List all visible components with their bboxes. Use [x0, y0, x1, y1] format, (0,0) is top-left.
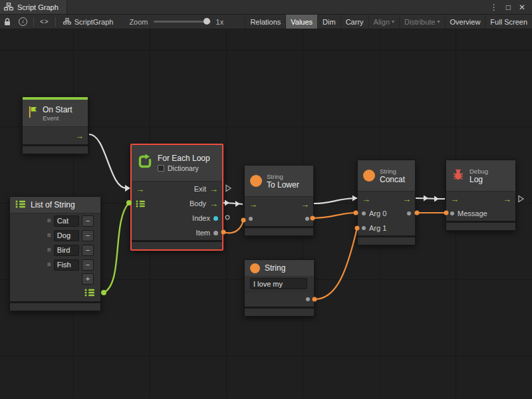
result-output-port[interactable]: [305, 217, 309, 221]
values-button[interactable]: Values: [285, 15, 317, 29]
list-item-row: ≡ −: [10, 228, 100, 243]
node-header: On Start Event: [23, 100, 88, 126]
node-list-of-string[interactable]: List of String ≡ − ≡ − ≡ −: [9, 196, 101, 311]
message-input-port[interactable]: [450, 211, 454, 215]
zoom-slider[interactable]: [154, 21, 211, 23]
node-category: String: [380, 168, 405, 175]
result-output-port[interactable]: [407, 211, 411, 215]
node-header: String Concat: [358, 160, 415, 191]
node-header: List of String: [10, 197, 100, 213]
flow-arrowhead: [424, 196, 428, 201]
control-output-port[interactable]: →: [301, 200, 309, 209]
arg1-input-port[interactable]: [362, 226, 366, 230]
control-output-port[interactable]: →: [402, 195, 411, 203]
script-graph-icon: [63, 18, 71, 26]
flag-icon: [28, 106, 38, 121]
control-output-port[interactable]: →: [503, 195, 511, 203]
list-item-row: ≡ −: [10, 213, 100, 228]
dim-button[interactable]: Dim: [317, 15, 340, 29]
fullscreen-button[interactable]: Full Screen: [485, 15, 532, 29]
node-title: On Start: [43, 105, 72, 114]
port-label-body: Body: [190, 200, 206, 207]
control-input-port[interactable]: →: [362, 195, 370, 203]
list-item-row: ≡ −: [10, 243, 100, 257]
flow-arrowhead: [235, 201, 240, 207]
zoom-slider-knob[interactable]: [203, 18, 210, 25]
control-input-port[interactable]: →: [249, 200, 257, 209]
align-button[interactable]: Align ▾: [368, 15, 399, 29]
carry-button[interactable]: Carry: [340, 15, 368, 29]
list-input-port[interactable]: [136, 200, 146, 207]
drag-handle-icon[interactable]: ≡: [47, 217, 51, 224]
wire-item-to-tolower: [223, 220, 243, 233]
body-output-port[interactable]: →: [209, 200, 218, 208]
overview-button[interactable]: Overview: [445, 15, 485, 29]
port-label-index: Index: [192, 214, 210, 222]
node-header: String: [245, 260, 314, 276]
node-string-literal[interactable]: String: [244, 259, 315, 317]
chevron-down-icon: ▾: [438, 19, 440, 25]
string-unit-icon: [250, 263, 260, 273]
string-unit-icon: [250, 175, 262, 187]
wire-onstart-to-foreach: [89, 134, 126, 188]
remove-item-button[interactable]: −: [82, 215, 94, 227]
port-label-item: Item: [196, 229, 210, 237]
exit-output-port[interactable]: →: [209, 185, 218, 194]
bug-icon: [452, 168, 465, 184]
list-item-input[interactable]: [54, 259, 79, 271]
node-title: Log: [469, 175, 488, 184]
title-bar: Script Graph ⋮ □ ✕: [0, 0, 532, 15]
maximize-icon[interactable]: □: [506, 3, 511, 11]
string-output-port[interactable]: [306, 297, 310, 301]
drag-handle-icon[interactable]: ≡: [47, 247, 51, 253]
arg0-input-port[interactable]: [362, 211, 366, 215]
lock-icon[interactable]: [0, 15, 15, 29]
list-icon: [15, 199, 26, 211]
port-label-exit: Exit: [194, 185, 206, 193]
string-value-input[interactable]: [250, 278, 307, 289]
node-string-concat[interactable]: String Concat → → Arg 0: [357, 160, 416, 245]
node-debug-log[interactable]: Debug Log → → Message: [446, 160, 516, 231]
graph-canvas[interactable]: On Start Event → List of String: [0, 29, 532, 399]
window-menu-icon[interactable]: ⋮: [490, 3, 498, 11]
drag-handle-icon[interactable]: ≡: [47, 261, 51, 268]
tab-script-graph[interactable]: Script Graph: [0, 0, 67, 14]
info-icon[interactable]: i: [15, 15, 31, 29]
zoom-value: 1x: [216, 18, 224, 26]
close-icon[interactable]: ✕: [519, 3, 525, 11]
relations-button[interactable]: Relations: [245, 15, 285, 29]
remove-item-button[interactable]: −: [82, 245, 94, 256]
item-output-port[interactable]: [213, 231, 218, 235]
toolbar-separator: [33, 17, 34, 27]
string-unit-icon: [363, 170, 375, 182]
wire-list-to-foreach: [104, 203, 129, 293]
control-output-port[interactable]: →: [75, 132, 84, 140]
drag-handle-icon[interactable]: ≡: [47, 232, 51, 239]
wire-tolower-result-to-arg0: [313, 213, 356, 218]
remove-item-button[interactable]: −: [82, 259, 94, 271]
remove-item-button[interactable]: −: [82, 230, 94, 241]
unity-script-graph-window: Script Graph ⋮ □ ✕ i <> ScriptGraph Zoom…: [0, 0, 532, 399]
string-input-port[interactable]: [249, 217, 253, 221]
graph-name: ScriptGraph: [63, 18, 114, 26]
control-input-port[interactable]: →: [450, 195, 459, 203]
wire-endpoint: [101, 290, 106, 295]
toolbar-toggle-group: Relations Values Dim Carry Align ▾ Distr…: [245, 15, 532, 29]
node-for-each-loop[interactable]: For Each Loop Dictionary → Exit →: [130, 144, 223, 251]
add-item-button[interactable]: +: [82, 273, 94, 285]
node-category: String: [267, 173, 299, 180]
index-output-port[interactable]: [213, 216, 218, 221]
node-string-to-lower[interactable]: String To Lower → →: [244, 165, 314, 236]
list-item-input[interactable]: [54, 245, 79, 256]
flow-arrowhead: [352, 196, 357, 201]
list-output-icon[interactable]: [84, 287, 95, 299]
dictionary-checkbox[interactable]: [158, 165, 164, 172]
list-item-input[interactable]: [54, 230, 79, 241]
code-icon[interactable]: <>: [36, 15, 53, 29]
node-on-start[interactable]: On Start Event →: [22, 96, 88, 154]
wire-concat-to-log: [416, 198, 445, 199]
control-input-port[interactable]: →: [136, 185, 144, 194]
distribute-button[interactable]: Distribute ▾: [399, 15, 444, 29]
list-item-input[interactable]: [54, 215, 79, 227]
dictionary-label: Dictionary: [168, 164, 199, 172]
